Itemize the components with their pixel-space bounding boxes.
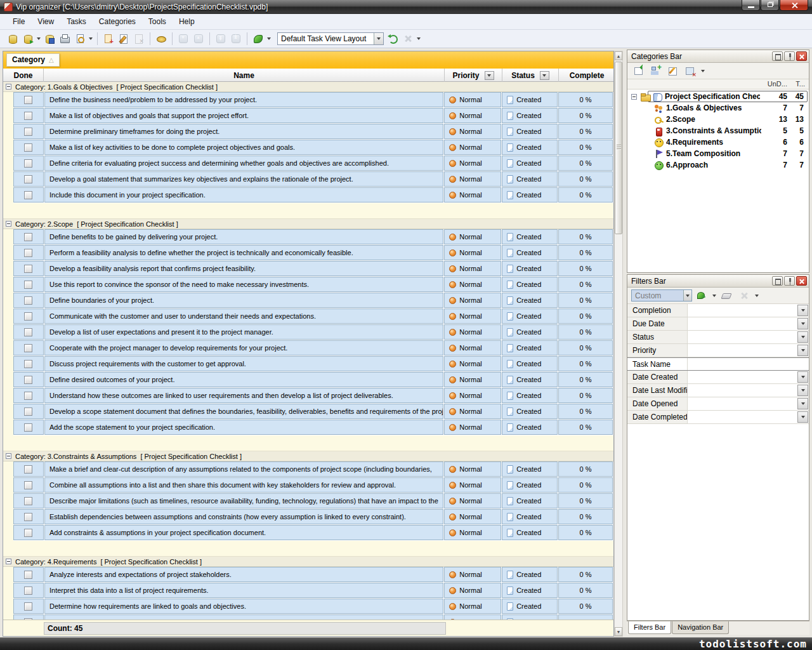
priority-cell[interactable]: Normal: [444, 324, 501, 340]
complete-cell[interactable]: 0 %: [558, 187, 613, 202]
done-checkbox[interactable]: [24, 408, 32, 416]
filter-dropdown-button[interactable]: [797, 385, 808, 396]
delete-task-button[interactable]: [132, 32, 146, 46]
status-cell[interactable]: Created: [502, 92, 558, 107]
task-name-cell[interactable]: Develop a feasibility analysis report th…: [44, 261, 443, 276]
done-checkbox[interactable]: [24, 128, 32, 136]
done-checkbox[interactable]: [24, 312, 32, 321]
brand-link[interactable]: todolistsoft.com: [699, 638, 807, 650]
status-cell[interactable]: Created: [502, 372, 558, 387]
move-up-button[interactable]: [192, 32, 206, 46]
done-checkbox[interactable]: [24, 143, 32, 152]
move-bottom-button[interactable]: [214, 32, 228, 46]
toolbar-menu-caret[interactable]: [416, 32, 422, 46]
status-cell[interactable]: Created: [502, 124, 558, 139]
clear-view-button[interactable]: [401, 32, 415, 46]
status-cell[interactable]: Created: [502, 187, 558, 202]
priority-cell[interactable]: Normal: [444, 108, 501, 123]
chevron-down-icon[interactable]: [88, 32, 94, 46]
filter-dropdown-button[interactable]: [797, 331, 808, 343]
priority-cell[interactable]: Normal: [444, 171, 501, 187]
print-preview-button[interactable]: [73, 32, 87, 46]
table-row[interactable]: Develop a scope statement document that …: [13, 404, 613, 420]
done-checkbox[interactable]: [24, 497, 32, 505]
task-name-cell[interactable]: Define boundaries of your project.: [44, 293, 443, 308]
close-button[interactable]: [780, 0, 808, 11]
menu-item-help[interactable]: Help: [173, 15, 201, 29]
complete-cell[interactable]: 0 %: [558, 156, 613, 171]
table-row[interactable]: Perform a feasibility analysis to define…: [13, 245, 613, 261]
priority-cell[interactable]: Normal: [444, 261, 501, 276]
table-row[interactable]: Use this report to convince the sponsor …: [13, 277, 613, 293]
done-checkbox[interactable]: [24, 392, 32, 400]
print-button[interactable]: [58, 32, 72, 46]
group-header[interactable]: Category: 4.Requirements[ Project Specif…: [3, 557, 613, 567]
done-checkbox[interactable]: [24, 360, 32, 368]
task-name-cell[interactable]: Develop a list of user expectations and …: [44, 324, 443, 340]
restore-button[interactable]: [761, 0, 779, 11]
menu-item-view[interactable]: View: [31, 15, 60, 29]
task-name-cell[interactable]: Make a list of key activities to be done…: [44, 140, 443, 155]
move-top-button[interactable]: [229, 32, 243, 46]
panel-close-button[interactable]: [796, 51, 807, 61]
task-name-cell[interactable]: Develop a scope statement document that …: [44, 404, 443, 419]
priority-cell[interactable]: Normal: [444, 92, 501, 107]
task-name-cell[interactable]: Include this document in your project sp…: [44, 187, 443, 202]
status-cell[interactable]: Created: [502, 388, 558, 403]
task-name-cell[interactable]: Make a brief and clear-cut description o…: [44, 461, 443, 477]
task-name-cell[interactable]: Analyze interests and expectations of pr…: [44, 567, 443, 582]
priority-cell[interactable]: Normal: [444, 356, 501, 371]
done-checkbox[interactable]: [24, 602, 32, 611]
table-row[interactable]: Determine how requirements are linked to…: [13, 599, 613, 614]
status-cell[interactable]: Created: [502, 420, 558, 435]
panel-close-button[interactable]: [796, 276, 807, 286]
menu-item-file[interactable]: File: [6, 15, 31, 29]
table-row[interactable]: Make a list of key activities to be done…: [13, 140, 613, 156]
status-cell[interactable]: Created: [502, 583, 558, 598]
done-checkbox[interactable]: [24, 328, 32, 336]
status-cell[interactable]: Created: [502, 340, 558, 355]
coins-button[interactable]: [154, 32, 168, 46]
task-name-cell[interactable]: Determine preliminary timeframes for doi…: [44, 124, 443, 139]
done-checkbox[interactable]: [24, 513, 32, 521]
table-row[interactable]: Define the business need/problem to be a…: [13, 92, 613, 108]
table-row[interactable]: Analyze interests and expectations of pr…: [13, 567, 613, 583]
edit-category-button[interactable]: [666, 64, 680, 78]
status-cell[interactable]: Created: [502, 493, 558, 508]
menu-item-tools[interactable]: Tools: [142, 15, 173, 29]
task-name-cell[interactable]: Discuss project requirements with the cu…: [44, 356, 443, 371]
group-header[interactable]: Category: 3.Constraints & Assumptions[ P…: [3, 451, 613, 461]
done-checkbox[interactable]: [24, 571, 32, 579]
complete-cell[interactable]: 0 %: [558, 583, 613, 598]
minimize-button[interactable]: [742, 0, 760, 11]
complete-cell[interactable]: 0 %: [558, 261, 613, 276]
tree-category-row[interactable]: 3.Constraints & Assumptions55: [627, 125, 809, 136]
filter-apply-menu-caret[interactable]: [711, 289, 717, 303]
priority-cell[interactable]: Normal: [444, 372, 501, 387]
column-done[interactable]: Done: [3, 69, 44, 82]
priority-filter-button[interactable]: [485, 71, 494, 80]
task-name-cell[interactable]: Communicate with the customer and user t…: [44, 308, 443, 324]
filter-dropdown-button[interactable]: [797, 345, 808, 356]
task-name-cell[interactable]: Define criteria for evaluating project s…: [44, 156, 443, 171]
priority-cell[interactable]: Normal: [444, 567, 501, 582]
task-name-cell[interactable]: Combine all assumptions into a list and …: [44, 477, 443, 493]
complete-cell[interactable]: 0 %: [558, 493, 613, 508]
complete-cell[interactable]: 0 %: [558, 108, 613, 123]
status-cell[interactable]: Created: [502, 156, 558, 171]
categories-toolbar-caret[interactable]: [700, 64, 706, 78]
complete-cell[interactable]: 0 %: [558, 277, 613, 292]
collapse-icon[interactable]: [6, 221, 11, 227]
priority-cell[interactable]: Normal: [444, 340, 501, 355]
complete-cell[interactable]: 0 %: [558, 356, 613, 371]
status-filter-button[interactable]: [540, 71, 549, 80]
status-cell[interactable]: Created: [502, 599, 558, 614]
status-cell[interactable]: Created: [502, 108, 558, 123]
priority-cell[interactable]: Normal: [444, 388, 501, 403]
priority-cell[interactable]: Normal: [444, 124, 501, 139]
apply-view-button[interactable]: [386, 32, 400, 46]
status-cell[interactable]: Created: [502, 308, 558, 324]
complete-cell[interactable]: 0 %: [558, 124, 613, 139]
chevron-down-icon[interactable]: [266, 32, 272, 46]
status-cell[interactable]: Created: [502, 567, 558, 582]
